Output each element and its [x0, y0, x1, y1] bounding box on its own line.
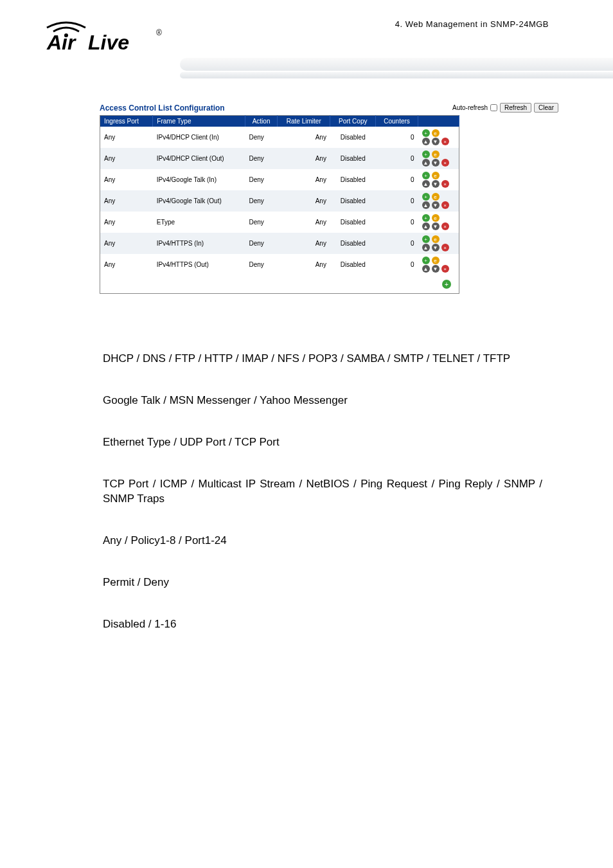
cell-row-actions: + e ▲ ▼ ×: [418, 169, 459, 190]
cell-portcopy: Disabled: [330, 190, 376, 212]
header-bar-1: [180, 58, 613, 71]
edit-icon[interactable]: e: [432, 193, 440, 201]
cell-ingress: Any: [100, 254, 153, 275]
cell-portcopy: Disabled: [330, 169, 376, 190]
delete-icon[interactable]: ×: [441, 265, 449, 273]
move-up-icon[interactable]: ▲: [422, 265, 430, 273]
col-frame: Frame Type: [153, 116, 245, 127]
delete-icon[interactable]: ×: [441, 222, 449, 230]
cell-ingress: Any: [100, 169, 153, 190]
move-up-icon[interactable]: ▲: [422, 222, 430, 230]
paragraph-1: DHCP / DNS / FTP / HTTP / IMAP / NFS / P…: [103, 352, 542, 366]
delete-icon[interactable]: ×: [441, 138, 449, 145]
paragraph-5: Any / Policy1-8 / Port1-24: [103, 534, 542, 548]
edit-icon[interactable]: e: [432, 129, 440, 137]
cell-rate: Any: [278, 190, 330, 212]
cell-ingress: Any: [100, 233, 153, 254]
cell-rate: Any: [278, 169, 330, 190]
cell-action: Deny: [245, 233, 277, 254]
cell-ingress: Any: [100, 190, 153, 212]
move-down-icon[interactable]: ▼: [432, 222, 440, 230]
table-row: AnyIPv4/Google Talk (In)DenyAnyDisabled0…: [100, 169, 459, 190]
cell-action: Deny: [245, 254, 277, 275]
move-up-icon[interactable]: ▲: [422, 180, 430, 188]
cell-row-actions: + e ▲ ▼ ×: [418, 127, 459, 148]
cell-rate: Any: [278, 148, 330, 169]
cell-rate: Any: [278, 127, 330, 148]
cell-ingress: Any: [100, 148, 153, 169]
delete-icon[interactable]: ×: [441, 159, 449, 167]
insert-icon[interactable]: +: [422, 235, 430, 243]
cell-action: Deny: [245, 127, 277, 148]
cell-row-actions: + e ▲ ▼ ×: [418, 212, 459, 233]
cell-action: Deny: [245, 148, 277, 169]
insert-icon[interactable]: +: [422, 150, 430, 158]
paragraph-6: Permit / Deny: [103, 575, 542, 590]
move-up-icon[interactable]: ▲: [422, 138, 430, 145]
add-row-icon[interactable]: +: [442, 280, 451, 289]
cell-counters: 0: [376, 169, 418, 190]
move-down-icon[interactable]: ▼: [432, 180, 440, 188]
edit-icon[interactable]: e: [432, 150, 440, 158]
move-down-icon[interactable]: ▼: [432, 244, 440, 251]
cell-ingress: Any: [100, 212, 153, 233]
breadcrumb: 4. Web Management in SNMP-24MGB: [395, 19, 549, 29]
insert-icon[interactable]: +: [422, 129, 430, 137]
move-up-icon[interactable]: ▲: [422, 159, 430, 167]
cell-rate: Any: [278, 212, 330, 233]
move-down-icon[interactable]: ▼: [432, 159, 440, 167]
cell-counters: 0: [376, 212, 418, 233]
autorefresh-checkbox[interactable]: [490, 104, 497, 111]
insert-icon[interactable]: +: [422, 172, 430, 179]
cell-row-actions: + e ▲ ▼ ×: [418, 148, 459, 169]
edit-icon[interactable]: e: [432, 214, 440, 222]
col-rate: Rate Limiter: [278, 116, 330, 127]
move-down-icon[interactable]: ▼: [432, 201, 440, 209]
cell-action: Deny: [245, 190, 277, 212]
clear-button[interactable]: Clear: [534, 103, 558, 113]
delete-icon[interactable]: ×: [441, 180, 449, 188]
acl-panel: Access Control List Configuration Auto-r…: [100, 103, 558, 294]
cell-frame: IPv4/HTTPS (Out): [153, 254, 245, 275]
table-row: AnyIPv4/Google Talk (Out)DenyAnyDisabled…: [100, 190, 459, 212]
autorefresh-label: Auto-refresh: [452, 104, 488, 111]
move-up-icon[interactable]: ▲: [422, 244, 430, 251]
move-down-icon[interactable]: ▼: [432, 138, 440, 145]
cell-row-actions: + e ▲ ▼ ×: [418, 254, 459, 275]
acl-title: Access Control List Configuration: [100, 104, 225, 113]
cell-action: Deny: [245, 169, 277, 190]
cell-frame: IPv4/DHCP Client (Out): [153, 148, 245, 169]
cell-counters: 0: [376, 148, 418, 169]
move-up-icon[interactable]: ▲: [422, 201, 430, 209]
svg-text:Air: Air: [46, 31, 76, 54]
insert-icon[interactable]: +: [422, 257, 430, 264]
delete-icon[interactable]: ×: [441, 201, 449, 209]
table-row: AnyIPv4/HTTPS (Out)DenyAnyDisabled0 + e …: [100, 254, 459, 275]
edit-icon[interactable]: e: [432, 257, 440, 264]
page-header: 4. Web Management in SNMP-24MGB Air Live…: [0, 0, 613, 77]
delete-icon[interactable]: ×: [441, 244, 449, 251]
cell-rate: Any: [278, 254, 330, 275]
svg-text:®: ®: [156, 28, 162, 37]
edit-icon[interactable]: e: [432, 172, 440, 179]
content-area: DHCP / DNS / FTP / HTTP / IMAP / NFS / P…: [103, 352, 542, 632]
edit-icon[interactable]: e: [432, 235, 440, 243]
cell-portcopy: Disabled: [330, 127, 376, 148]
move-down-icon[interactable]: ▼: [432, 265, 440, 273]
cell-counters: 0: [376, 233, 418, 254]
insert-icon[interactable]: +: [422, 193, 430, 201]
brand-logo: Air Live ®: [42, 16, 177, 55]
cell-ingress: Any: [100, 127, 153, 148]
header-bar-2: [180, 72, 613, 78]
svg-text:Live: Live: [88, 31, 129, 54]
cell-frame: IPv4/DHCP Client (In): [153, 127, 245, 148]
col-actions: [418, 116, 459, 127]
cell-portcopy: Disabled: [330, 233, 376, 254]
cell-action: Deny: [245, 212, 277, 233]
cell-row-actions: + e ▲ ▼ ×: [418, 190, 459, 212]
col-portcopy: Port Copy: [330, 116, 376, 127]
paragraph-3: Ethernet Type / UDP Port / TCP Port: [103, 435, 542, 450]
insert-icon[interactable]: +: [422, 214, 430, 222]
refresh-button[interactable]: Refresh: [500, 103, 531, 113]
cell-counters: 0: [376, 190, 418, 212]
